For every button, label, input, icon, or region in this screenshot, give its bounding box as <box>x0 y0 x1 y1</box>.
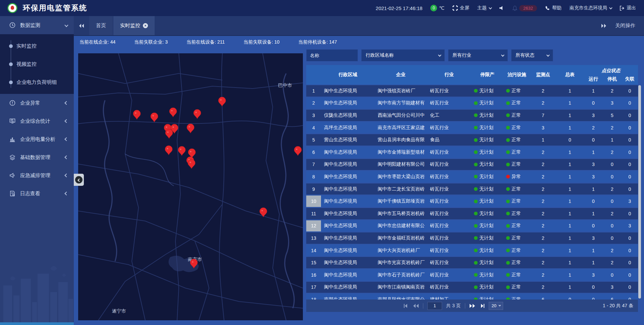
table-row[interactable]: 4高坪生态环境局南充市高坪区王家店建砖瓦行业无计划正常31220 <box>306 122 638 133</box>
sidebar-item-company-stats[interactable]: 企业综合统计 <box>0 112 74 130</box>
map-collapse-button[interactable] <box>74 174 84 186</box>
map-canvas[interactable]: 巴中市南充市遂宁市 <box>78 53 303 320</box>
alarm-counter[interactable]: 2632 <box>513 5 537 11</box>
table-row[interactable]: 5营山生态环境局营山县润丰肉食品有限食品无计划正常10010 <box>306 134 638 146</box>
prev-page-button[interactable] <box>413 304 419 308</box>
map-pin-icon[interactable] <box>218 97 226 106</box>
map-pin-icon[interactable] <box>169 108 177 117</box>
cell-facility-status: 正常 <box>503 134 530 146</box>
map-pin-icon[interactable] <box>151 113 158 122</box>
cell-industry: 砖瓦行业 <box>427 220 471 232</box>
cell-run: 1 <box>584 85 603 97</box>
row-index: 14 <box>306 245 321 256</box>
tabs-scroll-left-button[interactable] <box>74 16 89 35</box>
status-select[interactable]: 所有状态 <box>511 49 553 61</box>
chevron-left-icon <box>64 119 68 123</box>
close-operations-button[interactable]: 关闭操作 <box>615 22 635 29</box>
stop-status-text: 无计划 <box>479 186 493 192</box>
tab-close-icon[interactable]: × <box>143 23 148 28</box>
status-dot-green <box>506 187 510 191</box>
cell-total: 1 <box>556 159 584 170</box>
cell-run: 0 <box>584 196 603 207</box>
table-row[interactable]: 3仪陇生态环境局西南油气田分公司川中化工无计划正常71350 <box>306 110 638 121</box>
page-number-input[interactable] <box>427 302 442 310</box>
sidebar-subitem[interactable]: 企业电力负荷明细 <box>0 73 74 91</box>
table-row[interactable]: 10阆中生态环境局阆中千佛镇五郎垭页岩砖瓦行业无计划正常21003 <box>306 196 638 207</box>
cell-facility-status: 正常 <box>503 245 530 256</box>
industry-select[interactable]: 所有行业 <box>448 49 508 61</box>
help-button[interactable]: 帮助 <box>545 5 561 11</box>
org-dropdown[interactable]: 南充市生态环境局 <box>570 5 611 11</box>
cell-stop-status: 无计划 <box>471 147 503 158</box>
sidebar-item-emergency[interactable]: 应急减排管理 <box>0 166 74 184</box>
row-index: 7 <box>306 159 321 170</box>
city-label: 遂宁市 <box>112 308 126 314</box>
fullscreen-button[interactable]: 全屏 <box>452 5 469 11</box>
alert-circle-icon <box>9 100 16 106</box>
facility-status-text: 正常 <box>512 186 521 192</box>
map-pin-icon[interactable] <box>133 110 141 119</box>
cell-halt: 2 <box>603 183 622 195</box>
cell-region: 仪陇生态环境局 <box>321 110 375 121</box>
chevron-down-icon <box>64 23 68 27</box>
col-company: 企业 <box>375 65 427 85</box>
table-row[interactable]: 9阆中生态环境局阆中市二龙长宝页岩砖砖瓦行业无计划正常21120 <box>306 183 638 195</box>
map-pin-icon[interactable] <box>194 109 201 119</box>
row-index: 8 <box>306 171 321 182</box>
sidebar-item-logs[interactable]: 日志查看 <box>0 184 74 203</box>
table-row[interactable]: 15阆中生态环境局阆中市光富页岩机砖厂砖瓦行业无计划正常21120 <box>306 257 638 268</box>
table-row[interactable]: 1阆中生态环境局阆中强锐页岩砖厂砖瓦行业无计划正常21120 <box>306 85 638 97</box>
status-dot-green <box>506 89 510 93</box>
cell-lost: 0 <box>622 85 638 97</box>
record-range-label: 1 - 20 共 47 条 <box>603 303 638 309</box>
map-panel[interactable]: 巴中市南充市遂宁市 <box>78 53 303 320</box>
cell-lost: 0 <box>622 269 638 281</box>
sidebar-subitem[interactable]: 视频监控 <box>0 55 74 73</box>
map-pin-icon[interactable] <box>178 146 185 156</box>
tab-realtime-monitor[interactable]: 实时监控 × <box>113 16 155 35</box>
double-chevron-right-icon[interactable] <box>601 23 606 28</box>
tab-home[interactable]: 首页 <box>89 16 113 35</box>
sidebar-item-base-data[interactable]: 基础数据管理 <box>0 148 74 166</box>
table-row[interactable]: 12阆中生态环境局阆中市忠信建材有限公砖瓦行业无计划正常21003 <box>306 220 638 232</box>
map-pin-icon[interactable] <box>165 146 172 155</box>
cell-halt: 2 <box>603 257 622 268</box>
cell-facility-status: 正常 <box>503 110 530 121</box>
sidebar-subitem[interactable]: 实时监控 <box>0 37 74 55</box>
cell-region: 阆中生态环境局 <box>321 282 375 293</box>
cell-company: 南充市高坪区王家店建 <box>375 122 427 133</box>
table-row[interactable]: 2阆中生态环境局阆中市南方节能建材有砖瓦行业无计划正常21030 <box>306 98 638 109</box>
table-row[interactable]: 16阆中生态环境局阆中市石子页岩机砖厂砖瓦行业无计划正常21300 <box>306 269 638 281</box>
chevron-down-icon <box>489 6 492 9</box>
page-size-select[interactable]: 20 <box>489 302 503 310</box>
name-search-input[interactable] <box>306 49 358 61</box>
logout-button[interactable]: 退出 <box>620 5 636 11</box>
next-page-button[interactable] <box>469 304 475 308</box>
cell-monitor: 2 <box>530 159 556 170</box>
sound-button[interactable] <box>499 6 504 10</box>
table-scrollbar[interactable] <box>638 85 641 299</box>
map-pin-icon[interactable] <box>188 159 195 169</box>
table-row[interactable]: 7阆中生态环境局阆中明阳建材有限公司砖瓦行业无计划正常21300 <box>306 159 638 170</box>
map-pin-icon[interactable] <box>187 124 194 133</box>
sidebar-item-power-analysis[interactable]: 企业用电量分析 <box>0 130 74 148</box>
table-row[interactable]: 17阆中生态环境局阆中市江南镇阆南页岩砖瓦行业无计划正常21030 <box>306 282 638 293</box>
table-row[interactable]: 6阆中生态环境局阆中市金博瑞新型墙材砖瓦行业无计划正常21120 <box>306 147 638 158</box>
table-row[interactable]: 13阆中生态环境局阆中市金福旺页岩机砖砖瓦行业无计划正常21300 <box>306 232 638 244</box>
region-select[interactable]: 行政区域名称 <box>361 49 445 61</box>
sidebar-item-company-abnormal[interactable]: 企业异常 <box>0 94 74 112</box>
cell-industry: 砖瓦行业 <box>427 257 471 268</box>
cell-industry: 砖瓦行业 <box>427 98 471 109</box>
map-pin-icon[interactable] <box>294 146 302 156</box>
table-row[interactable]: 11阆中生态环境局阆中市五马桥页岩机砖砖瓦行业无计划正常21120 <box>306 208 638 219</box>
cell-run: 3 <box>584 232 603 244</box>
map-pin-icon[interactable] <box>188 149 196 158</box>
table-row[interactable]: 8阆中生态环境局阆中市枣碧大梁山页岩砖瓦行业无计划异常21300 <box>306 171 638 182</box>
sidebar-item-data-monitor[interactable]: 数据监测 <box>0 16 74 34</box>
theme-dropdown[interactable]: 主题 <box>477 5 491 11</box>
table-row[interactable]: 18南部生态环境局南部县瑞华水泥有限公建材加工无计划正常60060 <box>306 294 638 300</box>
map-pin-icon[interactable] <box>165 129 173 139</box>
last-page-button[interactable] <box>479 304 485 308</box>
table-row[interactable]: 14阆中生态环境局阆中大兴页岩机砖厂砖瓦行业无计划正常21120 <box>306 245 638 256</box>
first-page-button[interactable] <box>404 304 409 308</box>
